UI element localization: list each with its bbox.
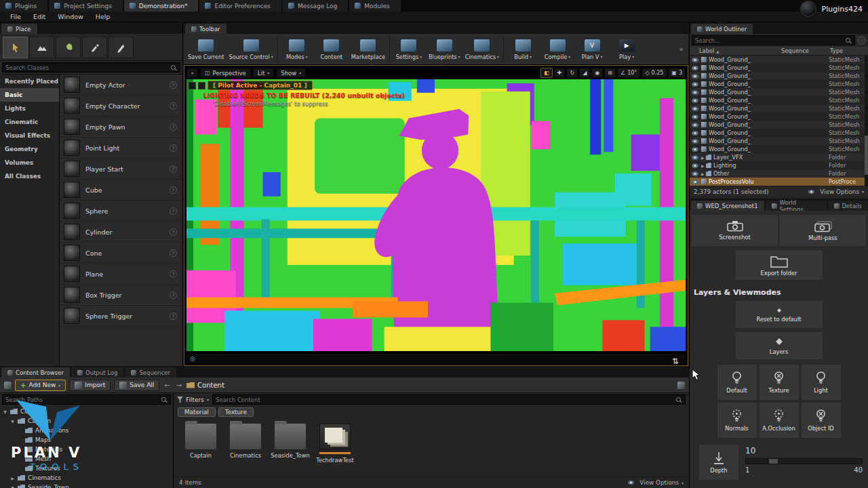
column-label[interactable]: Label ▲	[690, 47, 781, 54]
outliner-row[interactable]: Wood_Ground_StaticMesh	[690, 129, 868, 137]
outliner-row[interactable]: Wood_Ground_StaticMesh	[690, 96, 868, 104]
category-visual-effects[interactable]: Visual Effects	[0, 129, 59, 142]
place-item-empty-pawn[interactable]: Empty Pawn?	[60, 117, 182, 138]
tree-item-cinematics[interactable]: ▶Cinematics	[0, 473, 173, 483]
layout-toggle-icon[interactable]	[677, 382, 685, 389]
select-tool-button[interactable]: ◧	[540, 68, 553, 78]
compile-button[interactable]: Compile▾	[540, 35, 574, 64]
visibility-eye-icon[interactable]	[692, 82, 698, 87]
column-sequence[interactable]: Sequence	[781, 47, 830, 54]
modes-button[interactable]: Modes▾	[280, 35, 314, 64]
place-item-cone[interactable]: Cone?	[60, 243, 182, 264]
asset-seaside_town[interactable]: Seaside_Town	[271, 424, 309, 459]
outliner-filter-button[interactable]	[857, 36, 866, 45]
place-item-empty-character[interactable]: Empty Character?	[60, 96, 182, 117]
window-tab-0[interactable]: Plugins	[0, 0, 49, 12]
place-item-empty-actor[interactable]: Empty Actor?	[60, 75, 182, 96]
visibility-eye-icon[interactable]	[692, 66, 698, 70]
tree-item-animations[interactable]: Animations	[0, 426, 173, 435]
multi-pass-button[interactable]: Multi-pass	[780, 215, 866, 246]
visibility-eye-icon[interactable]	[692, 163, 698, 168]
visibility-eye-icon[interactable]	[692, 106, 698, 111]
tab-wed_screenshot1[interactable]: WED_Screenshot1	[691, 201, 764, 211]
chip-texture[interactable]: Texture	[218, 407, 254, 417]
expand-caret-icon[interactable]: ▶	[701, 155, 706, 160]
show-dropdown[interactable]: Show▾	[276, 68, 306, 78]
plan-v-button[interactable]: VPlan V▾	[575, 35, 609, 64]
category-recently-placed[interactable]: Recently Placed	[0, 75, 59, 88]
expand-caret-icon[interactable]: ▼	[10, 485, 15, 488]
outliner-row[interactable]: Wood_Ground_StaticMesh	[690, 145, 868, 153]
outliner-row[interactable]: Wood_Ground_StaticMesh	[690, 72, 868, 80]
tab-content-browser[interactable]: Content Browser	[1, 367, 70, 378]
expand-caret-icon[interactable]: ▶	[701, 171, 706, 176]
expand-caret-icon[interactable]: ▶	[10, 476, 15, 481]
viewmode-default-button[interactable]: Default	[717, 365, 757, 400]
asset-captain[interactable]: Captain	[182, 424, 220, 459]
blueprints-button[interactable]: Blueprints▾	[427, 35, 462, 64]
depth-slider[interactable]: 10 1 40	[745, 445, 863, 474]
outliner-row[interactable]: Wood_Ground_StaticMesh	[690, 121, 868, 129]
category-lights[interactable]: Lights	[0, 102, 59, 115]
panel-splitter-handle[interactable]: ⇅	[672, 357, 679, 366]
cinematics-button[interactable]: Cinematics▾	[463, 35, 501, 64]
outliner-row[interactable]: ▶OtherFolder	[690, 169, 868, 178]
window-tab-5[interactable]: Modules	[349, 0, 401, 12]
place-item-player-start[interactable]: Player Start?	[60, 159, 182, 180]
place-item-sphere[interactable]: Sphere?	[60, 201, 182, 222]
export-folder-button[interactable]: Export folder	[736, 250, 823, 280]
visibility-eye-icon[interactable]	[692, 58, 698, 62]
viewmode-texture-button[interactable]: Texture	[760, 365, 799, 400]
place-item-cylinder[interactable]: Cylinder?	[60, 222, 182, 243]
reset-to-default-button[interactable]: Reset to default	[736, 301, 823, 328]
pilot-eject-icon[interactable]	[189, 82, 196, 89]
outliner-view-options-button[interactable]: View Options▾	[808, 188, 864, 195]
place-mode-button[interactable]	[3, 37, 28, 58]
tree-item-captain[interactable]: ▼Captain	[0, 416, 173, 426]
tab-details[interactable]: Details	[828, 201, 868, 211]
viewport-render[interactable]	[186, 79, 686, 351]
depth-viewmode-button[interactable]: Depth	[699, 445, 738, 480]
category-all-classes[interactable]: All Classes	[0, 169, 59, 183]
tree-item-materials[interactable]: Materials	[0, 445, 173, 454]
outliner-row[interactable]: ▶Layer_VFXFolder	[690, 153, 868, 161]
visibility-eye-icon[interactable]	[692, 115, 698, 119]
scale-tool-button[interactable]: ◢	[579, 68, 590, 78]
viewmode-object-id-button[interactable]: Object ID	[802, 403, 841, 438]
menu-file[interactable]: File	[4, 13, 27, 20]
angle-snap-button[interactable]: ∠10°	[617, 68, 640, 78]
window-tab-3[interactable]: Editor Preferences	[199, 0, 282, 12]
place-item-box-trigger[interactable]: Box Trigger?	[60, 285, 182, 306]
pilot-camera-icon[interactable]	[198, 82, 205, 89]
tab-place[interactable]: Place	[1, 24, 37, 34]
rotate-tool-button[interactable]: ↻	[566, 68, 578, 78]
viewmode-normals-button[interactable]: Normals	[717, 403, 757, 438]
perspective-dropdown[interactable]: ◫ Perspective	[200, 68, 251, 78]
asset-cinematics[interactable]: Cinematics	[226, 424, 264, 459]
landscape-mode-button[interactable]	[29, 37, 54, 58]
outliner-scrollbar[interactable]	[865, 56, 868, 186]
tab-toolbar[interactable]: Toolbar	[185, 24, 226, 34]
place-item-cube[interactable]: Cube?	[60, 180, 182, 201]
menu-edit[interactable]: Edit	[27, 13, 52, 20]
screenshot-button[interactable]: Screenshot	[692, 215, 778, 246]
import-button[interactable]: Import	[69, 380, 111, 391]
viewmode-light-button[interactable]: Light	[802, 365, 841, 400]
expand-caret-icon[interactable]: ▼	[10, 419, 15, 424]
move-tool-button[interactable]: ✚	[554, 68, 566, 78]
visibility-eye-icon[interactable]	[692, 171, 698, 176]
visibility-eye-icon[interactable]	[692, 147, 698, 152]
mesh-paint-mode-button[interactable]	[82, 37, 107, 58]
outliner-row[interactable]: Wood_Ground_StaticMesh	[690, 88, 868, 96]
menu-window[interactable]: Window	[52, 13, 89, 20]
asset-techdrawtest[interactable]: TechdrawTest	[316, 424, 354, 464]
category-basic[interactable]: Basic	[0, 88, 59, 102]
expand-caret-icon[interactable]: ▶	[701, 163, 706, 168]
camera-speed-button[interactable]: ▣3	[668, 68, 686, 78]
tab-world-settings[interactable]: World Settings	[766, 201, 827, 211]
content-button[interactable]: Content	[315, 35, 349, 64]
depth-slider-handle[interactable]	[769, 459, 778, 464]
scale-snap-button[interactable]: ◇0.25	[642, 68, 667, 78]
save-current-button[interactable]: Save Current	[186, 35, 226, 64]
visibility-eye-icon[interactable]	[692, 123, 698, 127]
